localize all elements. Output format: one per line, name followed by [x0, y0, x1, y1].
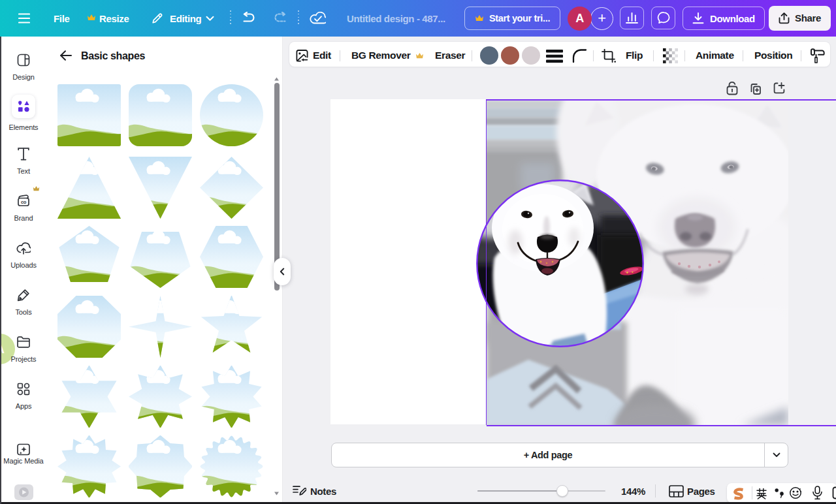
svg-text:co: co: [21, 199, 27, 205]
